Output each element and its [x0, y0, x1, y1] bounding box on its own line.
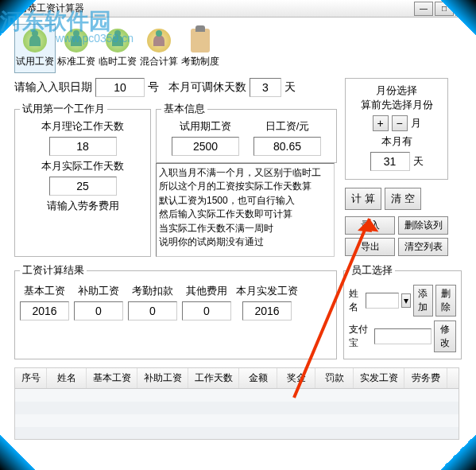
- actual-days-label: 本月实际工作天数: [41, 159, 124, 173]
- name-input[interactable]: [366, 293, 399, 309]
- days-suffix: 天: [413, 154, 424, 169]
- adjust-days-input[interactable]: [250, 78, 281, 97]
- tab-standard-salary[interactable]: 标准工资: [56, 24, 97, 73]
- actual-days-input[interactable]: [49, 177, 117, 196]
- hire-date-label: 请输入入职日期: [14, 80, 92, 95]
- adjust-days-label: 本月可调休天数: [168, 80, 246, 95]
- tab-mixed-calc[interactable]: 混合计算: [138, 24, 180, 73]
- tab-label: 标准工资: [57, 55, 95, 68]
- person-icon: [106, 29, 130, 52]
- basic-info-group: 基本信息 试用期工资 日工资/元: [156, 102, 337, 163]
- maximize-button[interactable]: □: [435, 2, 454, 16]
- result-legend: 工资计算结果: [20, 263, 87, 278]
- titlebar: 老恭工资计算器 — □ ✕: [0, 0, 476, 17]
- result-label: 补助工资: [78, 284, 119, 298]
- table-column-header[interactable]: 金额: [239, 368, 277, 388]
- result-group: 工资计算结果 基本工资 补助工资 考勤扣款 其他费用 本月实发工资: [14, 263, 337, 359]
- minimize-button[interactable]: —: [414, 2, 433, 16]
- result-label: 基本工资: [24, 284, 65, 298]
- tab-attendance[interactable]: 考勤制度: [180, 24, 221, 73]
- add-button[interactable]: 添加: [413, 285, 434, 317]
- result-label: 考勤扣款: [132, 284, 173, 298]
- result-value[interactable]: [20, 301, 69, 320]
- table-column-header[interactable]: 姓名: [47, 368, 87, 388]
- trial-legend: 试用第一个工作月: [20, 102, 107, 116]
- month-select-group: 月份选择 算前先选择月份 + − 月 本月有 天: [345, 78, 448, 180]
- input-button[interactable]: 录入: [345, 216, 395, 235]
- alipay-label: 支付宝: [349, 323, 373, 350]
- modify-button[interactable]: 修改: [434, 320, 456, 352]
- day-suffix: 号: [148, 80, 159, 95]
- month-minus-button[interactable]: −: [392, 115, 408, 131]
- export-button[interactable]: 导出: [345, 238, 395, 256]
- person-icon: [64, 29, 88, 52]
- result-value[interactable]: [128, 301, 177, 320]
- theory-days-label: 本月理论工作天数: [41, 119, 124, 134]
- month-days-input[interactable]: [370, 152, 410, 171]
- table-column-header[interactable]: 工作天数: [188, 368, 239, 388]
- name-label: 姓名: [349, 287, 363, 314]
- info-textarea[interactable]: 入职当月不满一个月，又区别于临时工所以这个月的工资按实际工作天数算默认工资为15…: [156, 163, 335, 257]
- table-header: 序号姓名基本工资补助工资工作天数金额奖金罚款实发工资劳务费: [14, 367, 459, 389]
- labor-fee-label: 请输入劳务费用: [47, 199, 119, 213]
- day-pay-label: 日工资/元: [265, 119, 310, 134]
- result-value[interactable]: [242, 301, 292, 320]
- tab-label: 混合计算: [140, 55, 178, 68]
- person-icon: [147, 29, 171, 52]
- result-value[interactable]: [182, 301, 231, 320]
- month-prompt: 算前先选择月份: [350, 98, 443, 112]
- month-suffix: 月: [411, 116, 421, 130]
- day-pay-input[interactable]: [253, 137, 321, 156]
- result-value[interactable]: [74, 301, 123, 320]
- alipay-input[interactable]: [374, 328, 431, 344]
- trial-pay-input[interactable]: [172, 137, 239, 156]
- tab-label: 试用工资: [16, 55, 54, 68]
- tab-temp-salary[interactable]: 临时工资: [97, 24, 138, 73]
- clipboard-icon: [191, 29, 210, 52]
- month-plus-button[interactable]: +: [373, 115, 389, 131]
- table-column-header[interactable]: 补助工资: [137, 368, 188, 388]
- tab-label: 考勤制度: [181, 55, 219, 68]
- dropdown-button[interactable]: ▾: [401, 293, 411, 308]
- clear-button[interactable]: 清空: [385, 188, 421, 210]
- trial-month-group: 试用第一个工作月 本月理论工作天数 本月实际工作天数 请输入劳务费用: [14, 102, 151, 257]
- delete-col-button[interactable]: 删除该列: [398, 216, 448, 235]
- basic-legend: 基本信息: [161, 102, 207, 116]
- result-label: 本月实发工资: [236, 284, 298, 298]
- table-column-header[interactable]: 劳务费: [404, 368, 447, 388]
- table-column-header[interactable]: 序号: [15, 368, 47, 388]
- table-body[interactable]: [14, 389, 459, 440]
- clear-list-button[interactable]: 清空列表: [398, 238, 448, 256]
- theory-days-input[interactable]: [49, 137, 117, 156]
- table-column-header[interactable]: 实发工资: [354, 368, 404, 388]
- app-title: 老恭工资计算器: [17, 2, 414, 15]
- person-icon: [23, 29, 47, 52]
- employee-group: 员工选择 姓名 ▾ 添加 删除 支付宝 修改: [343, 263, 462, 359]
- month-title: 月份选择: [350, 84, 443, 98]
- table-column-header[interactable]: 基本工资: [87, 368, 137, 388]
- month-has-label: 本月有: [350, 134, 443, 149]
- days-suffix: 天: [284, 80, 296, 95]
- tab-trial-salary[interactable]: 试用工资: [14, 24, 56, 73]
- toolbar: 试用工资 标准工资 临时工资 混合计算 考勤制度: [14, 24, 462, 73]
- employee-legend: 员工选择: [349, 263, 395, 278]
- app-icon: [2, 2, 14, 15]
- result-label: 其他费用: [186, 284, 227, 298]
- table-column-header[interactable]: 罚款: [315, 368, 354, 388]
- calculate-button[interactable]: 计算: [345, 188, 381, 210]
- hire-day-input[interactable]: [95, 78, 145, 97]
- trial-pay-label: 试用期工资: [180, 119, 231, 134]
- tab-label: 临时工资: [99, 55, 137, 68]
- table-column-header[interactable]: 奖金: [277, 368, 315, 388]
- delete-button[interactable]: 删除: [435, 285, 456, 317]
- close-button[interactable]: ✕: [455, 2, 474, 16]
